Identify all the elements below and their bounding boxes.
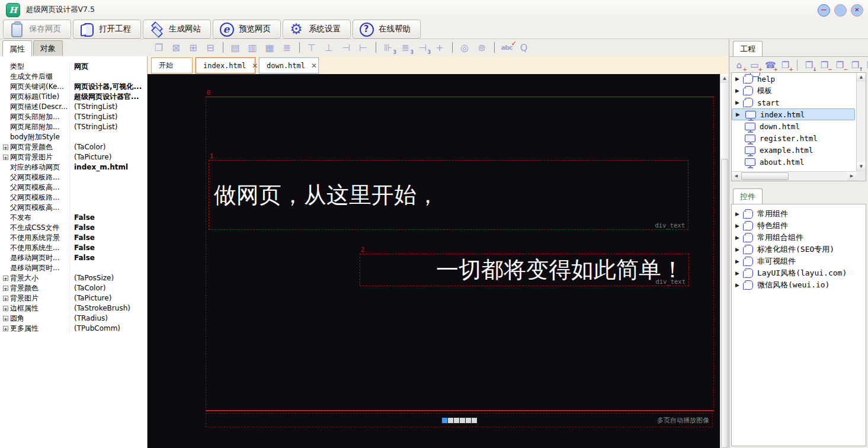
zoom-icon[interactable]: Q [518,42,530,53]
expand-icon[interactable] [3,276,8,281]
tree-item[interactable]: ▶ example.html [732,144,855,156]
group-icon[interactable]: ◎ [459,42,470,53]
delete-page-icon[interactable]: ❐ − [835,60,845,71]
tab-objects[interactable]: 对象 [33,40,63,56]
property-value[interactable]: (TStringList) [69,122,147,132]
canvas-scrollbar[interactable]: ▲ [720,74,729,448]
property-row[interactable]: 网页背景图片 (TaPicture) [0,152,147,162]
align-left-icon[interactable]: ▤ [229,42,241,53]
property-row[interactable]: body附加Style [0,132,147,142]
property-value[interactable] [69,183,147,193]
expand-icon[interactable] [3,326,8,331]
expand-icon[interactable] [3,306,8,311]
space-horizontal-icon[interactable]: ⊪ 3 [382,42,394,53]
property-row[interactable]: 对应的移动网页 index_m.html [0,162,147,172]
property-value[interactable] [69,172,147,183]
property-row[interactable]: 类型 网页 [0,62,147,72]
property-value[interactable]: 超级网页设计器官... [69,92,147,102]
text-block-2[interactable]: 一切都将变得如此简单！ div_text [360,254,689,286]
property-value[interactable]: (TStringList) [69,112,147,122]
property-row[interactable]: 父网页模板路... [0,193,147,203]
property-value[interactable]: (TaPicture) [69,293,147,303]
preview-page-button[interactable]: e 预览网页 [213,20,281,39]
expand-icon[interactable] [3,155,8,160]
tree-item[interactable]: ▶ 模板 [732,85,855,97]
expand-icon[interactable] [3,286,8,291]
property-value[interactable]: False [69,233,147,243]
property-value[interactable]: False [69,213,147,223]
scrollbar-thumb[interactable] [721,159,728,448]
tree-item[interactable]: ▶ 标准化组件(SEO专用) [732,244,864,255]
close-tab-icon[interactable]: ✕ [311,62,317,70]
property-row[interactable]: 是移动网页时... [0,263,147,273]
property-value[interactable]: (TaColor) [69,283,147,293]
delete-object-icon[interactable]: ⊠ [170,42,182,53]
tab-start[interactable]: 开始 [151,57,193,73]
move-up-icon[interactable]: ❐ ↑ [850,60,860,71]
property-row[interactable]: 是移动网页时... False [0,253,147,263]
property-value[interactable]: 网页 [69,62,147,72]
tree-item[interactable]: ▶ 微信风格(weui.io) [732,279,864,291]
move-down-icon[interactable]: ❐ ↑ [866,60,868,71]
tree-item[interactable]: ▶ help [732,73,855,85]
tab-index-html[interactable]: index.html ✕ [196,57,255,73]
property-row[interactable]: 父网页模板高... [0,183,147,193]
online-help-button[interactable]: ? 在线帮助 [353,20,421,39]
align-justify-icon[interactable]: ≣ [281,42,293,53]
property-value[interactable]: False [69,253,147,263]
scrollbar-thumb[interactable] [741,172,789,180]
text-block-1[interactable]: 做网页，从这里开始， div_text [209,160,688,230]
distribute-v-icon[interactable]: + [434,42,446,53]
property-row[interactable]: 不使用系统背景 False [0,233,147,243]
align-top-icon[interactable]: ⊤ [306,42,318,53]
property-row[interactable]: 背景图片 (TaPicture) [0,293,147,303]
distribute-h-icon[interactable]: ⊣ 3 [417,42,428,53]
property-value[interactable]: (TPubComm) [69,324,147,334]
close-tab-icon[interactable]: ✕ [252,62,258,70]
scroll-up-icon[interactable]: ▲ [857,73,866,82]
add-mobile-page-icon[interactable]: ☎ + [765,60,775,71]
property-value[interactable]: (TaColor) [69,142,147,152]
space-vertical-icon[interactable]: ≣ 3 [399,42,411,53]
tree-item[interactable]: ▶ LayUI风格(layui.com) [732,267,864,279]
property-row[interactable]: 网页标题(Title) 超级网页设计器官... [0,92,147,102]
scroll-down-icon[interactable]: ▼ [857,162,866,171]
property-value[interactable] [69,203,147,213]
align-right-icon[interactable]: ▦ [264,42,276,53]
property-row[interactable]: 背景颜色 (TaColor) [0,283,147,293]
expand-icon[interactable] [3,316,8,321]
tree-item[interactable]: ▶ start [732,97,855,108]
align-bottom-icon[interactable]: ⊥ [323,42,335,53]
ungroup-icon[interactable]: ⊚ [476,42,488,53]
tree-item[interactable]: ▶ down.html [732,120,855,132]
align-h-center-icon[interactable]: ⊢ [357,42,369,53]
property-row[interactable]: 父网页模板高... [0,203,147,213]
property-row[interactable]: 网页背景颜色 (TaColor) [0,142,147,152]
property-row[interactable]: 圆角 (TRadius) [0,313,147,324]
design-canvas[interactable]: 0 1 做网页，从这里开始， div_text 2 一切都将变得如此简单！ di… [148,74,720,448]
align-v-center-icon[interactable]: ⊣ [340,42,352,53]
property-value[interactable] [69,193,147,203]
project-tree-vscrollbar[interactable]: ▲ ▼ [856,73,866,171]
tree-item[interactable]: ▶ 常用组件 [732,208,864,220]
tree-item[interactable]: ▶ 非可视组件 [732,255,864,267]
property-row[interactable]: 不发布 False [0,213,147,223]
property-value[interactable]: (TRadius) [69,313,147,324]
tree-item[interactable]: ▶ 常用组合组件 [732,232,864,244]
add-folder-icon[interactable]: ❐ + [780,60,790,71]
property-row[interactable]: 网页关键词(Ke... 网页设计器,可视化... [0,82,147,92]
scroll-up-icon[interactable]: ▲ [720,74,729,83]
property-value[interactable]: (TaPicture) [69,152,147,162]
align-center-icon[interactable]: ▥ [246,42,258,53]
remove-object-icon[interactable]: ⊟ [204,42,216,53]
tree-item[interactable]: ▶ index.html [732,108,855,120]
carousel-block[interactable]: 多页自动播放图像 [206,413,713,427]
property-value[interactable]: (TaStrokeBrush) [69,303,147,313]
open-project-button[interactable]: 打开工程 [73,20,141,39]
tab-project[interactable]: 工程 [733,41,763,56]
project-tree-hscrollbar[interactable]: ◀ ▶ [732,171,856,181]
scroll-left-icon[interactable]: ◀ [732,172,741,181]
expand-icon[interactable] [3,296,8,301]
add-page-icon[interactable]: ▭ + [750,60,760,71]
spellcheck-icon[interactable]: abc ✓ [501,44,513,52]
